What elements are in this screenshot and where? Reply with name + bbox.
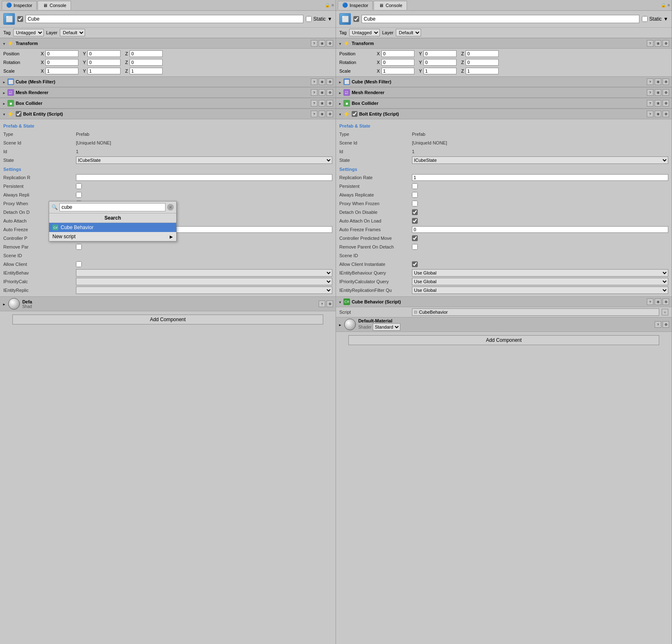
right-bc-btn3[interactable]: ⚙ (663, 100, 669, 107)
left-allow-client-cb[interactable] (76, 261, 82, 267)
right-material-expand[interactable] (338, 322, 342, 327)
right-rot-x[interactable] (381, 59, 414, 66)
left-transform-btn1[interactable]: ? (311, 40, 317, 47)
right-bolt-btn3[interactable]: ⚙ (663, 111, 669, 117)
right-mat-btn1[interactable]: ? (655, 321, 661, 328)
right-add-component-btn[interactable]: Add Component (348, 335, 659, 345)
right-mr-btn2[interactable]: ⊞ (655, 89, 661, 96)
right-cube-behavior-header[interactable]: C# Cube Behavior (Script) ? ⊞ ⚙ (336, 296, 672, 307)
left-tag-select[interactable]: Untagged (13, 29, 44, 36)
right-ipriority-select[interactable]: Use Global (412, 278, 668, 285)
left-mr-btn2[interactable]: ⊞ (319, 89, 325, 96)
search-result-cube-behavior[interactable]: C# Cube Behavior (49, 223, 176, 232)
right-rot-z[interactable] (466, 59, 499, 66)
right-tab-inspector[interactable]: 🔵 Inspector (338, 1, 373, 10)
search-new-script[interactable]: New script ▶ (49, 232, 176, 241)
left-ientity-select[interactable] (76, 269, 332, 277)
left-bolt-btn2[interactable]: ⊞ (319, 111, 325, 117)
right-obj-name-field[interactable] (362, 15, 639, 23)
left-remove-parent-cb[interactable] (76, 244, 82, 250)
right-box-collider-header[interactable]: ■ Box Collider ? ⊞ ⚙ (336, 98, 672, 109)
right-bc-btn2[interactable]: ⊞ (655, 100, 661, 107)
right-pos-z[interactable] (466, 50, 499, 57)
left-mesh-filter-header[interactable]: ⬜ Cube (Mesh Filter) ? ⊞ ⚙ (0, 76, 336, 87)
left-mf-btn3[interactable]: ⚙ (327, 78, 333, 85)
right-auto-attach-cb[interactable] (412, 218, 418, 224)
right-proxy-cb[interactable] (412, 201, 418, 206)
right-mat-btn2[interactable]: ⚙ (663, 321, 669, 328)
left-rot-x[interactable] (45, 59, 78, 66)
right-obj-active-checkbox[interactable] (353, 16, 359, 22)
right-mesh-filter-header[interactable]: ⬜ Cube (Mesh Filter) ? ⊞ ⚙ (336, 76, 672, 87)
right-pos-y[interactable] (424, 50, 457, 57)
right-persistent-cb[interactable] (412, 183, 418, 189)
left-obj-name-field[interactable] (26, 15, 303, 23)
right-transform-btn2[interactable]: ⊞ (655, 40, 661, 47)
left-transform-btn2[interactable]: ⊞ (319, 40, 325, 47)
right-scale-z[interactable] (466, 68, 499, 74)
left-pos-y[interactable] (88, 50, 121, 57)
left-scale-x[interactable] (45, 68, 78, 74)
left-bolt-expand[interactable] (2, 112, 6, 116)
right-detach-cb[interactable] (412, 209, 418, 215)
left-mat-btn2[interactable]: ⚙ (327, 301, 333, 307)
right-cb-btn1[interactable]: ? (647, 298, 653, 305)
right-mr-btn3[interactable]: ⚙ (663, 89, 669, 96)
left-ireplication-select[interactable] (76, 286, 332, 294)
left-bc-btn1[interactable]: ? (311, 100, 317, 107)
right-bc-btn1[interactable]: ? (647, 100, 653, 107)
right-shader-select[interactable]: Standard (373, 323, 400, 331)
left-bc-btn2[interactable]: ⊞ (319, 100, 325, 107)
left-persistent-cb[interactable] (76, 183, 82, 189)
left-transform-btn3[interactable]: ⚙ (327, 40, 333, 47)
right-bolt-header[interactable]: ⚡ Bolt Entity (Script) ? ⊞ ⚙ (336, 109, 672, 119)
left-rot-y[interactable] (88, 59, 121, 66)
search-clear-btn[interactable]: ✕ (167, 204, 174, 211)
right-mf-btn3[interactable]: ⚙ (663, 78, 669, 85)
right-ientity-select[interactable]: Use Global (412, 269, 668, 277)
left-bolt-btn3[interactable]: ⚙ (327, 111, 333, 117)
left-replication-input[interactable] (76, 174, 332, 181)
right-scale-x[interactable] (381, 68, 414, 74)
left-mesh-renderer-header[interactable]: ☑ Mesh Renderer ? ⊞ ⚙ (0, 87, 336, 98)
right-bolt-checkbox[interactable] (352, 111, 357, 117)
right-auto-freeze-input[interactable] (412, 226, 668, 233)
right-static-checkbox[interactable] (642, 16, 648, 22)
left-state-select[interactable]: ICubeState (76, 156, 332, 164)
left-always-rep-cb[interactable] (76, 192, 82, 198)
right-transform-btn1[interactable]: ? (647, 40, 653, 47)
right-mesh-renderer-expand[interactable] (338, 90, 342, 95)
left-box-collider-header[interactable]: ■ Box Collider ? ⊞ ⚙ (0, 98, 336, 109)
right-always-rep-cb[interactable] (412, 192, 418, 198)
right-rot-y[interactable] (424, 59, 457, 66)
left-box-collider-expand[interactable] (2, 101, 6, 106)
left-mesh-filter-expand[interactable] (2, 80, 6, 84)
left-scale-y[interactable] (88, 68, 121, 74)
right-cb-btn3[interactable]: ⚙ (663, 298, 669, 305)
right-tab-console[interactable]: 🖥 Console (374, 1, 407, 10)
left-scale-z[interactable] (130, 68, 163, 74)
right-bolt-btn2[interactable]: ⊞ (655, 111, 661, 117)
left-pos-z[interactable] (130, 50, 163, 57)
left-obj-active-checkbox[interactable] (17, 16, 23, 22)
left-transform-expand[interactable] (2, 41, 6, 46)
left-mat-btn1[interactable]: ? (319, 301, 325, 307)
search-input[interactable] (59, 203, 166, 211)
left-mf-btn1[interactable]: ? (311, 78, 317, 85)
left-bolt-checkbox[interactable] (16, 111, 21, 117)
right-bolt-btn1[interactable]: ? (647, 111, 653, 117)
right-remove-parent-cb[interactable] (412, 244, 418, 250)
right-transform-expand[interactable] (338, 41, 342, 46)
right-mr-btn1[interactable]: ? (647, 89, 653, 96)
right-replication-input[interactable] (412, 174, 668, 181)
right-pos-x[interactable] (381, 50, 414, 57)
left-layer-select[interactable]: Default (60, 29, 85, 36)
left-bc-btn3[interactable]: ⚙ (327, 100, 333, 107)
right-cb-btn2[interactable]: ⊞ (655, 298, 661, 305)
left-mr-btn1[interactable]: ? (311, 89, 317, 96)
left-bolt-btn1[interactable]: ? (311, 111, 317, 117)
left-mf-btn2[interactable]: ⊞ (319, 78, 325, 85)
left-material-expand[interactable] (2, 301, 6, 307)
left-tab-console[interactable]: 🖥 Console (38, 1, 71, 10)
left-tab-inspector[interactable]: 🔵 Inspector (2, 1, 37, 10)
